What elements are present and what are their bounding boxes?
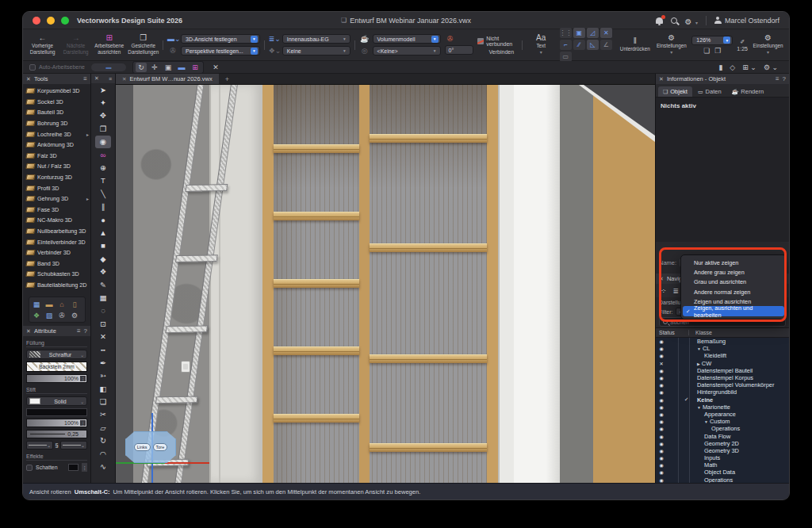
visibility-eye-icon[interactable]: ◉ [656, 477, 667, 483]
door-side-widget[interactable]: Links Tore [125, 431, 176, 463]
pen-type-select[interactable]: Solid ⌄ [26, 396, 87, 406]
angle-field[interactable]: 0° [445, 45, 473, 55]
visibility-eye-icon[interactable]: ◉ [656, 426, 667, 431]
class-row[interactable]: ◉Math [656, 461, 789, 469]
gears-icon[interactable]: ⚙ [70, 311, 80, 319]
menu-item[interactable]: ✓Zeigen, ausrichten und bearbeiten [683, 306, 784, 316]
class-row[interactable]: ◉▼Custom [656, 418, 789, 425]
visibility-eye-icon[interactable]: ◉ [656, 404, 667, 410]
multi-pane-icon[interactable]: ⊞ ⌄ [742, 63, 756, 71]
plane-mode-icon[interactable]: ▬ [176, 63, 187, 72]
clip-tool-icon[interactable]: ❏ [95, 395, 111, 407]
magic-wand-icon[interactable]: ✦ [95, 96, 111, 109]
pen-opacity-slider[interactable]: 100% ⋮ [26, 419, 87, 427]
visibility-eye-icon[interactable]: ◉ [656, 339, 667, 344]
expand-arrow-icon[interactable]: ▼ [704, 419, 708, 424]
class-row[interactable]: ◉Geometry 2D [656, 440, 789, 447]
object-mode-icon[interactable]: ▣ [163, 63, 174, 72]
snap-angle-icon[interactable]: ◿ [587, 28, 599, 38]
triangle-tool-icon[interactable]: ▲ [95, 226, 111, 239]
klasse-column-header[interactable]: Klasse [689, 330, 712, 335]
menu-icon[interactable]: ≡ [776, 75, 779, 82]
settings-menu-button[interactable]: ⚙ ▾ [685, 13, 698, 28]
set-3d-view-select[interactable]: 3D-Ansicht festlegen ▾ [181, 34, 260, 44]
tools-item[interactable]: Nut / Falz 3D [23, 161, 90, 172]
tools-item[interactable]: Lochreihe 3D▸ [23, 128, 90, 140]
viewport-3d-scene[interactable]: Links Tore [116, 85, 655, 483]
classes-dots-icon[interactable]: ⁘ [661, 287, 667, 295]
new-tab-button[interactable]: + [219, 74, 236, 84]
scale-button[interactable]: ✐ 1:25 [737, 39, 748, 52]
visibility-eye-icon[interactable]: ◉ [656, 441, 667, 446]
menu-item[interactable]: Nur aktive zeigen [681, 258, 786, 267]
class-row[interactable]: ◉Operations [656, 476, 789, 483]
mirror-tool-icon[interactable]: ◧ [95, 382, 111, 395]
previous-view-button[interactable]: ← Vorherige Darstellung [28, 34, 57, 55]
help-icon[interactable]: ? [84, 327, 87, 335]
class-row[interactable]: ◉Datenstempel Volumenkörper [656, 381, 789, 388]
rotate-tool-icon[interactable]: ↻ [95, 434, 111, 447]
fillet-tool-icon[interactable]: ◠ [95, 447, 111, 460]
lasso-tool-icon[interactable]: ◌ [95, 304, 111, 317]
visibility-eye-icon[interactable]: ◉ [656, 434, 667, 439]
tools-item[interactable]: Falz 3D [23, 151, 90, 162]
tools-item[interactable]: Band 3D [23, 258, 90, 270]
snap-smart-edge-icon[interactable]: ◺ [587, 40, 599, 50]
menu-item[interactable]: Andere normal zeigen [681, 287, 786, 297]
tools-item[interactable]: Nullbearbeitung 3D [23, 226, 90, 237]
visibility-eye-icon[interactable]: ◉ [656, 389, 667, 395]
eraser-tool-icon[interactable]: ▱ [95, 421, 111, 434]
visibility-eye-icon[interactable]: ◉ [656, 462, 667, 468]
marker-start-select[interactable]: ⌄ [26, 441, 53, 450]
class-row[interactable]: ◉✓Keine [656, 396, 789, 404]
document-settings-button[interactable]: ⚙ Einstellungen ▾ [752, 34, 784, 55]
close-icon[interactable]: ✕ [26, 76, 31, 82]
marker-end-select[interactable]: ⌄ [60, 441, 87, 450]
suppress-button[interactable]: ‖ Unterdrücken [619, 37, 651, 52]
set-perspective-select[interactable]: Perspektive festlegen... ▾ [181, 46, 260, 55]
pan-tool-icon[interactable]: ✥ [95, 109, 111, 122]
close-icon[interactable]: ✕ [26, 328, 31, 335]
refresh-mode-icon[interactable]: ↻ [136, 63, 147, 72]
snap-grid-icon[interactable]: ⋮⋮ [560, 28, 572, 38]
tools-item[interactable]: Schubkasten 3D [23, 269, 90, 280]
grid-tool-icon[interactable]: ▦ [95, 291, 111, 304]
fill-resource-chip[interactable]: Backstein 2mm [26, 362, 87, 372]
tools-item[interactable]: Ankörnung 3D [23, 140, 90, 151]
menu-icon[interactable]: ≡ [77, 327, 81, 335]
tools-item[interactable]: Bauteilableitung 2D [23, 280, 90, 291]
visibility-eye-icon[interactable]: ◉ [656, 397, 667, 403]
zoom-window-button[interactable] [61, 17, 69, 25]
snap-smart-point-icon[interactable]: ⌐ [560, 40, 572, 50]
class-row[interactable]: ◉Object Data [656, 469, 789, 476]
text-tool-button[interactable]: Aa Text ▾ [527, 34, 556, 55]
fit-page-icon[interactable]: ❏ [703, 47, 710, 55]
help-icon[interactable]: ? [783, 75, 786, 82]
align-working-plane-button[interactable]: ⊞ Arbeitsebene ausrichten [94, 34, 124, 55]
fit-objects-icon[interactable]: ❐ [714, 47, 721, 55]
class-row[interactable]: ◉Data Flow [656, 432, 789, 439]
double-line-tool-icon[interactable]: ∥ [95, 201, 111, 213]
window-icon[interactable]: ▦ [32, 300, 42, 308]
close-window-button[interactable] [33, 17, 40, 25]
pen-color-swatch[interactable] [26, 408, 87, 416]
class-row[interactable]: ◉Inputs [656, 454, 789, 461]
close-icon[interactable]: ✕ [94, 75, 99, 82]
tools-item[interactable]: NC-Makro 3D [23, 215, 90, 226]
tree-icon[interactable]: ❖ [32, 311, 42, 319]
visibility-eye-icon[interactable]: ◉ [656, 411, 667, 417]
minimize-window-button[interactable] [47, 17, 55, 25]
scissors-tool-icon[interactable]: ✂ [95, 408, 111, 421]
text-tool-icon[interactable]: T [95, 174, 111, 187]
shadow-checkbox[interactable] [26, 465, 33, 471]
more-icon[interactable]: ⋮ [82, 463, 87, 472]
view-bed-icon[interactable]: ▬⌄ [167, 35, 178, 43]
hidden-status-icon[interactable]: ✕ [656, 361, 667, 366]
search-icon[interactable] [671, 17, 677, 24]
selection-tool-icon[interactable]: ➤ [95, 83, 111, 96]
menu-icon[interactable]: ≡ [83, 75, 87, 82]
line-tool-icon[interactable]: ╲ [95, 187, 111, 200]
snap-settings-button[interactable]: ⚙ Einstellungen ▾ [655, 34, 688, 55]
tools-item[interactable]: Bohrung 3D [23, 118, 90, 129]
cabinet-icon[interactable]: ▯ [70, 300, 80, 308]
